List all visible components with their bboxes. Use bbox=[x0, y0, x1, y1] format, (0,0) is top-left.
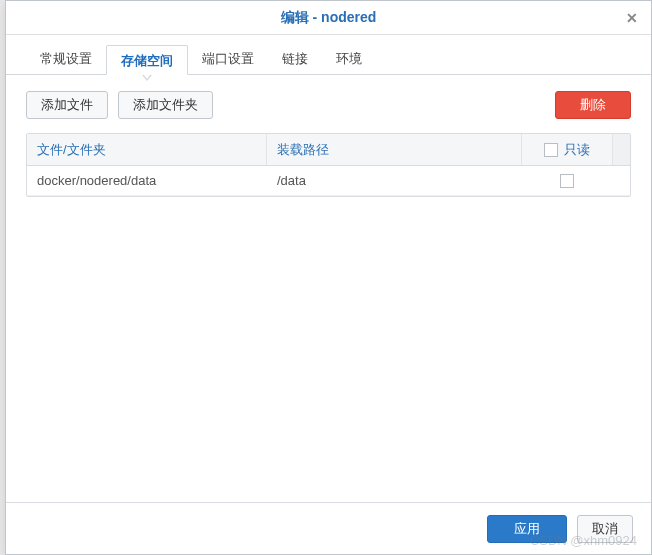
scrollbar-track[interactable] bbox=[612, 134, 630, 165]
content-area: 添加文件 添加文件夹 删除 文件/文件夹 装载路径 只读 docker/node… bbox=[6, 75, 651, 502]
readonly-header-checkbox[interactable] bbox=[544, 143, 558, 157]
dialog: 编辑 - nodered ✕ 常规设置 存储空间 端口设置 链接 环境 添加文件… bbox=[5, 0, 652, 555]
table-row[interactable]: docker/nodered/data /data bbox=[27, 166, 630, 196]
add-folder-button[interactable]: 添加文件夹 bbox=[118, 91, 213, 119]
tab-environment[interactable]: 环境 bbox=[322, 44, 376, 74]
tab-links[interactable]: 链接 bbox=[268, 44, 322, 74]
header-mount[interactable]: 装载路径 bbox=[267, 134, 522, 165]
tab-general[interactable]: 常规设置 bbox=[26, 44, 106, 74]
readonly-checkbox[interactable] bbox=[560, 174, 574, 188]
tab-port[interactable]: 端口设置 bbox=[188, 44, 268, 74]
apply-button[interactable]: 应用 bbox=[487, 515, 567, 543]
add-file-button[interactable]: 添加文件 bbox=[26, 91, 108, 119]
close-icon: ✕ bbox=[626, 10, 638, 26]
close-button[interactable]: ✕ bbox=[621, 7, 643, 29]
scrollbar-space bbox=[612, 166, 630, 195]
tab-label: 环境 bbox=[336, 51, 362, 66]
header-path[interactable]: 文件/文件夹 bbox=[27, 134, 267, 165]
cell-readonly bbox=[522, 166, 612, 195]
toolbar: 添加文件 添加文件夹 删除 bbox=[26, 91, 631, 119]
table-header: 文件/文件夹 装载路径 只读 bbox=[27, 134, 630, 166]
tab-label: 端口设置 bbox=[202, 51, 254, 66]
tab-label: 链接 bbox=[282, 51, 308, 66]
cancel-button[interactable]: 取消 bbox=[577, 515, 633, 543]
cell-path: docker/nodered/data bbox=[27, 166, 267, 195]
header-readonly[interactable]: 只读 bbox=[522, 134, 612, 165]
delete-button[interactable]: 删除 bbox=[555, 91, 631, 119]
dialog-title: 编辑 - nodered bbox=[281, 9, 377, 27]
dialog-footer: 应用 取消 bbox=[6, 502, 651, 554]
tab-volume[interactable]: 存储空间 bbox=[106, 45, 188, 75]
cell-mount: /data bbox=[267, 166, 522, 195]
header-readonly-label: 只读 bbox=[564, 141, 590, 159]
tab-label: 存储空间 bbox=[121, 53, 173, 68]
titlebar: 编辑 - nodered ✕ bbox=[6, 1, 651, 35]
volume-table: 文件/文件夹 装载路径 只读 docker/nodered/data /data bbox=[26, 133, 631, 197]
tab-label: 常规设置 bbox=[40, 51, 92, 66]
tab-bar: 常规设置 存储空间 端口设置 链接 环境 bbox=[6, 35, 651, 75]
